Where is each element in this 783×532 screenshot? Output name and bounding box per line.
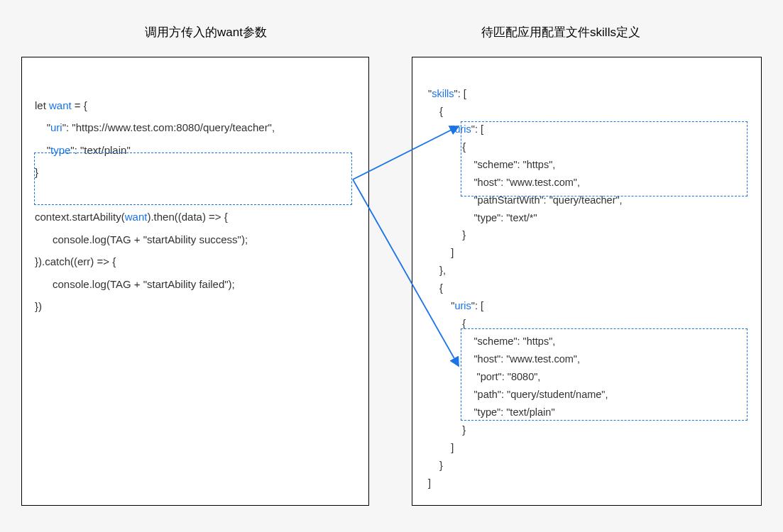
title-left: 调用方传入的want参数: [106, 24, 305, 40]
code-left: let want = { "uri": "https://www.test.co…: [22, 57, 368, 332]
code-right: "skills": [ { "uris": [ { "scheme": "htt…: [412, 57, 761, 502]
panel-right: "skills": [ { "uris": [ { "scheme": "htt…: [412, 57, 762, 506]
diagram-container: 调用方传入的want参数 待匹配应用配置文件skills定义 let want …: [0, 0, 783, 532]
title-right: 待匹配应用配置文件skills定义: [454, 24, 667, 40]
panel-left: let want = { "uri": "https://www.test.co…: [21, 57, 369, 506]
